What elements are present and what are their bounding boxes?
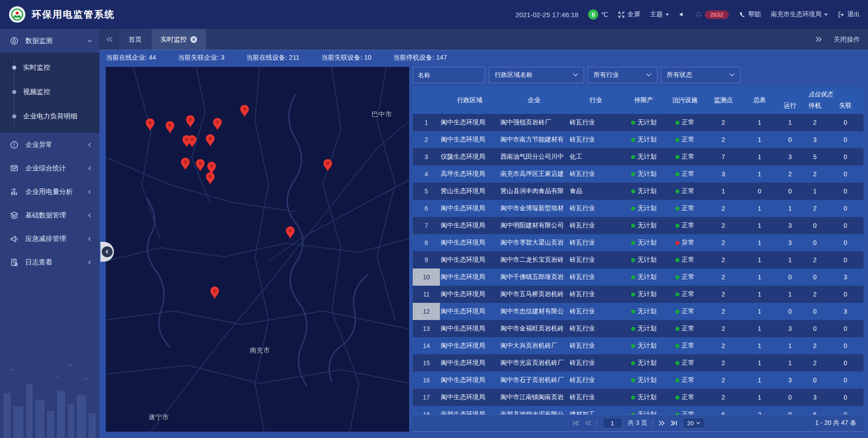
cell-lost: 0: [827, 372, 863, 389]
table-row[interactable]: 13阆中生态环境局阆中市金福旺页岩机砖砖瓦行业无计划正常21300: [413, 320, 863, 337]
sidebar-item-data-monitoring[interactable]: 数据监测: [0, 29, 99, 52]
tab-realtime[interactable]: 实时监控×: [151, 29, 206, 50]
map-pin-icon[interactable]: [185, 115, 195, 128]
cell-lost: 0: [827, 114, 863, 131]
table-row[interactable]: 16阆中生态环境局阆中市石子页岩机砖厂砖瓦行业无计划正常21300: [413, 372, 863, 389]
sidebar-item-enterprise-power-analysis[interactable]: 企业用电量分析: [0, 180, 99, 203]
map-pin-icon[interactable]: [212, 118, 222, 131]
map-pin-icon[interactable]: [285, 226, 295, 239]
cell-running: 1: [778, 200, 802, 217]
map-pin-icon[interactable]: [240, 104, 250, 118]
stat-label: 当前停机设备:: [393, 54, 434, 61]
cell-company: 阆中大兴页岩机砖厂: [500, 337, 569, 354]
cell-region: 阆中生态环境局: [440, 131, 500, 148]
cell-monitor-points: 2: [705, 337, 741, 354]
map-pin-icon[interactable]: [323, 159, 333, 172]
chevron-left-icon: [87, 260, 92, 265]
sidebar-item-enterprise-abnormal[interactable]: 企业异常: [0, 133, 99, 156]
bullet-dot-icon: [12, 66, 16, 70]
table-row[interactable]: 3仪陇生态环境局西南油气田分公司川中化工无计划正常71350: [413, 148, 863, 165]
map-pin-icon[interactable]: [195, 159, 205, 172]
first-page-button[interactable]: [572, 420, 579, 426]
status-dot-icon: [631, 241, 635, 245]
map-pin-icon[interactable]: [210, 286, 220, 299]
cell-region: 阆中生态环境局: [440, 320, 500, 337]
cell-region: 高坪生态环境局: [440, 165, 500, 183]
table-row[interactable]: 10阆中生态环境局阆中千佛镇五郎垭页岩砖瓦行业无计划正常21003: [413, 268, 863, 286]
table-row[interactable]: 6阆中生态环境局阆中市金博瑞新型墙材砖瓦行业无计划正常21120: [413, 200, 863, 217]
table-row[interactable]: 2阆中生态环境局阆中市南方节能建材有砖瓦行业无计划正常21030: [413, 131, 863, 148]
cell-facility-status: 正常: [665, 268, 705, 286]
map-panel[interactable]: 巴中市南充市遂宁市: [106, 67, 409, 432]
map-pin-icon[interactable]: [145, 118, 155, 131]
cell-monitor-points: 2: [705, 354, 741, 372]
cell-industry: 砖瓦行业: [569, 268, 623, 286]
sidebar-subitem-label: 视频监控: [23, 88, 50, 96]
cell-lost: 0: [827, 389, 863, 406]
table-row[interactable]: 11阆中生态环境局阆中市五马桥页岩机砖砖瓦行业无计划正常21120: [413, 286, 863, 303]
table-row[interactable]: 17阆中生态环境局阆中市江南镇阆南页岩砖瓦行业无计划正常21030: [413, 389, 863, 406]
sidebar-item-base-data[interactable]: 基础数据管理: [0, 203, 99, 227]
tab-home[interactable]: 首页: [119, 29, 151, 50]
cell-limit-status: 无计划: [623, 406, 665, 414]
cell-total-meters: 1: [741, 286, 778, 303]
map-pin-icon[interactable]: [205, 172, 215, 185]
cell-industry: 建材加工: [569, 406, 623, 414]
notifications[interactable]: 2632: [695, 10, 729, 19]
mute-button[interactable]: [679, 11, 685, 18]
name-search-input[interactable]: [413, 67, 485, 83]
cell-limit-status: 无计划: [623, 200, 665, 217]
table-row[interactable]: 15阆中生态环境局阆中市光富页岩机砖厂砖瓦行业无计划正常21120: [413, 354, 863, 372]
industry-select[interactable]: 所有行业: [588, 67, 657, 83]
org-dropdown[interactable]: 南充市生态环境局: [771, 10, 828, 19]
table-row[interactable]: 12阆中生态环境局阆中市忠信建材有限公砖瓦行业无计划正常21003: [413, 303, 863, 320]
cell-row-number: 6: [413, 200, 440, 217]
cell-company: 阆中市石子页岩机砖厂: [500, 372, 569, 389]
sidebar-subitem-realtime-monitor[interactable]: 实时监控: [0, 55, 99, 80]
prev-page-button[interactable]: [585, 420, 591, 426]
sidebar-item-log-view[interactable]: 日志查看: [0, 250, 99, 274]
tabs-scroll-left-button[interactable]: [99, 29, 119, 50]
chevron-down-icon: [824, 14, 828, 16]
cell-total-meters: 1: [741, 217, 778, 234]
cell-monitor-points: 2: [705, 131, 741, 148]
cell-limit-status: 无计划: [623, 286, 665, 303]
last-page-button[interactable]: [670, 420, 678, 426]
status-select[interactable]: 所有状态: [661, 67, 741, 83]
map-pin-icon[interactable]: [187, 135, 197, 148]
region-select[interactable]: 行政区域名称: [489, 67, 584, 83]
table-row[interactable]: 14阆中生态环境局阆中大兴页岩机砖厂砖瓦行业无计划正常21120: [413, 337, 863, 354]
table-row[interactable]: 18南部生态环境局南部县鸿华水泥有限公建材加工无计划正常62060: [413, 406, 863, 414]
table-row[interactable]: 1阆中生态环境局阆中强锐页岩砖厂砖瓦行业无计划正常21120: [413, 114, 863, 131]
map-pin-icon[interactable]: [205, 134, 215, 147]
table-row[interactable]: 4高坪生态环境局南充市高坪区王家店建砖瓦行业无计划正常31220: [413, 165, 863, 183]
table-row[interactable]: 9阆中生态环境局阆中市二龙长宝页岩砖砖瓦行业无计划正常21120: [413, 251, 863, 268]
close-operations-button[interactable]: 关闭操作: [834, 35, 860, 44]
sidebar-subitem-enterprise-power-load[interactable]: 企业电力负荷明细: [0, 104, 99, 128]
logout-button[interactable]: 退出: [838, 10, 860, 19]
chevron-left-icon: [87, 166, 92, 171]
sidebar-subitem-video-monitor[interactable]: 视频监控: [0, 80, 99, 104]
theme-dropdown[interactable]: 主题: [650, 10, 669, 19]
help-button[interactable]: 帮助: [739, 10, 761, 19]
map-pin-icon[interactable]: [165, 121, 175, 134]
table-row[interactable]: 5营山生态环境局营山县润丰肉食品有限食品无计划正常10010: [413, 183, 863, 200]
table-row[interactable]: 8阆中生态环境局阆中市枣碧大梁山页岩砖瓦行业无计划异常21300: [413, 234, 863, 251]
fullscreen-button[interactable]: 全屏: [618, 10, 640, 19]
cell-company: 西南油气田分公司川中: [500, 148, 569, 165]
tabs-scroll-right-button[interactable]: [816, 37, 822, 42]
page-size-select[interactable]: 20: [683, 418, 704, 429]
sidebar-item-enterprise-stats[interactable]: 企业综合统计: [0, 156, 99, 180]
sidebar-item-emergency-reduction[interactable]: 应急减排管理: [0, 227, 99, 250]
cell-facility-status: 正常: [665, 337, 705, 354]
logout-icon: [838, 11, 844, 18]
cell-industry: 砖瓦行业: [569, 372, 623, 389]
map-pin-icon[interactable]: [180, 157, 190, 170]
next-page-button[interactable]: [659, 420, 665, 426]
page-number-input[interactable]: [602, 418, 622, 429]
table-row[interactable]: 7阆中生态环境局阆中明阳建材有限公司砖瓦行业无计划正常21300: [413, 217, 863, 234]
tab-close-icon[interactable]: ×: [190, 36, 197, 43]
cell-limit-status: 无计划: [623, 320, 665, 337]
tab-label: 实时监控: [160, 35, 187, 44]
cell-running: 0: [778, 131, 802, 148]
